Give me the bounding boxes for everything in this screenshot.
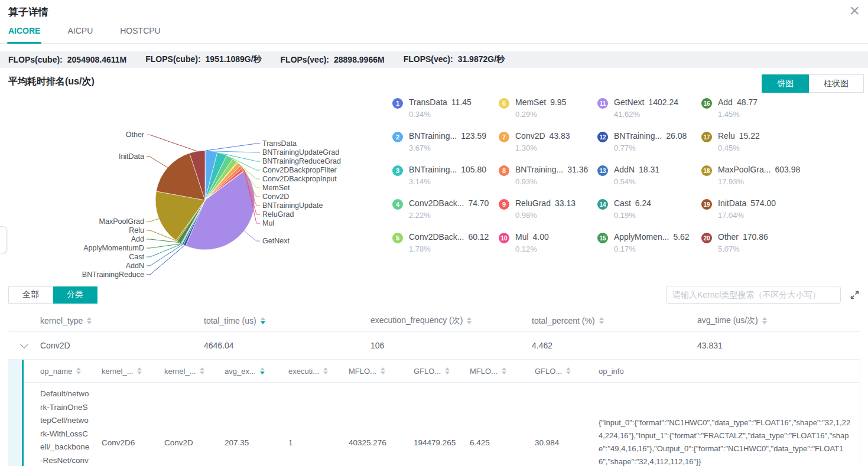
legend-value: 74.70: [468, 198, 489, 208]
column-header-avgex[interactable]: avg_ex...: [225, 367, 288, 376]
sort-caret-icon[interactable]: [566, 367, 571, 374]
pie-label-line: [206, 144, 260, 151]
legend-name: GetNext: [614, 97, 644, 107]
legend-item-Cast[interactable]: 14Cast6.240.19%: [597, 198, 701, 232]
legend-value: 48.77: [737, 97, 758, 107]
sort-caret-icon[interactable]: [137, 367, 142, 374]
column-header-gflo[interactable]: GFLO...: [535, 367, 599, 376]
close-icon[interactable]: ×: [849, 0, 860, 21]
cell-total-percent: 4.462: [532, 341, 697, 350]
legend-item-Add[interactable]: 16Add48.771.45%: [701, 97, 805, 131]
legend-name: Add: [718, 97, 733, 107]
table-row[interactable]: Conv2D 4646.04 106 4.462 43.831: [8, 332, 860, 360]
legend-name: TransData: [409, 97, 447, 107]
pie-label-Conv2D: Conv2D: [262, 193, 289, 201]
all-button[interactable]: 全部: [8, 286, 53, 304]
sort-caret-icon[interactable]: [445, 367, 450, 374]
legend-item-Mul[interactable]: 10Mul4.000.12%: [499, 232, 597, 266]
legend-item-BNTrainingReduce[interactable]: 12BNTraining...26.080.77%: [597, 131, 701, 165]
legend-percent: 0.29%: [515, 110, 566, 119]
column-header-avgtimeus[interactable]: avg_time (us/次): [697, 315, 860, 326]
cell-avg-time: 43.831: [697, 341, 860, 350]
column-header-opname[interactable]: op_name: [24, 367, 102, 376]
legend-item-Conv2D[interactable]: 7Conv2D43.831.30%: [499, 131, 597, 165]
sort-caret-icon[interactable]: [467, 317, 472, 324]
column-header-executionfrequency[interactable]: execution_frequency (次): [370, 315, 532, 326]
column-header-kernel[interactable]: kernel_...: [102, 367, 164, 376]
legend-item-Conv2DBackpropFilter[interactable]: 4Conv2DBack...74.702.22%: [392, 198, 499, 232]
pie-label-TransData: TransData: [262, 139, 297, 148]
bar-chart-button[interactable]: 柱状图: [809, 74, 864, 93]
sort-caret-icon[interactable]: [260, 367, 265, 374]
table-header-row: kernel_typetotal_time (us)execution_freq…: [8, 309, 860, 332]
legend-item-Other[interactable]: 20Other170.865.07%: [701, 232, 805, 266]
sub-table-row: Default/network-TrainOneStepCell/network…: [24, 383, 860, 466]
column-header-mflo[interactable]: MFLO...: [349, 367, 414, 376]
tab-aicpu[interactable]: AICPU: [67, 26, 93, 43]
category-button[interactable]: 分类: [53, 286, 97, 304]
legend-percent: 41.62%: [614, 110, 678, 119]
fullscreen-expand-icon[interactable]: [850, 290, 860, 300]
kernel-table: kernel_typetotal_time (us)execution_freq…: [8, 309, 860, 360]
legend-item-BNTrainingReduceGrad[interactable]: 3BNTraining...105.803.14%: [392, 165, 499, 198]
sort-caret-icon[interactable]: [381, 367, 385, 374]
sort-caret-icon[interactable]: [762, 317, 767, 324]
column-header-kernel[interactable]: kernel_...: [164, 367, 225, 376]
legend-name: MaxPoolGra...: [718, 165, 771, 174]
cell-gflops-cube: 194479.265: [414, 438, 470, 447]
drawer-handle[interactable]: [0, 226, 7, 253]
legend-name: InitData: [718, 198, 746, 208]
legend-rank-badge: 5: [392, 233, 403, 243]
legend-item-GetNext[interactable]: 11GetNext1402.2441.62%: [597, 97, 701, 131]
tab-aicore[interactable]: AICORE: [8, 26, 40, 43]
legend-item-TransData[interactable]: 1TransData11.450.34%: [392, 97, 499, 131]
pie-label-Cast: Cast: [129, 253, 144, 261]
legend-rank-badge: 20: [701, 233, 712, 243]
legend-item-MemSet[interactable]: 6MemSet9.950.29%: [499, 97, 597, 131]
legend-name: Cast: [614, 198, 631, 208]
legend-name: BNTraining...: [409, 165, 457, 174]
sort-caret-icon[interactable]: [599, 317, 604, 324]
legend-percent: 1.45%: [718, 110, 758, 119]
legend-value: 574.00: [750, 198, 776, 208]
legend-item-Conv2DBackpropInput[interactable]: 5Conv2DBack...60.121.78%: [392, 232, 499, 266]
legend-item-Relu[interactable]: 17Relu15.220.45%: [701, 131, 805, 165]
column-header-kerneltype[interactable]: kernel_type: [40, 316, 204, 325]
kernel-search-input[interactable]: [666, 286, 841, 304]
legend-name: Conv2D: [515, 131, 545, 141]
legend-name: Conv2DBack...: [409, 232, 464, 242]
stat-item-1: FLOPS(cube):1951.1089G/秒: [145, 54, 261, 65]
sort-caret-icon[interactable]: [200, 367, 204, 374]
legend-percent: 1.78%: [409, 245, 489, 253]
legend-item-BNTrainingUpdateGrad[interactable]: 2BNTraining...123.593.67%: [392, 131, 499, 165]
cell-op-info: {"Input_0":{"format":"NC1HWC0","data_typ…: [599, 416, 860, 466]
tab-hostcpu[interactable]: HOSTCPU: [120, 26, 160, 43]
column-header-totaltimeus[interactable]: total_time (us): [204, 316, 370, 325]
sort-caret-icon[interactable]: [76, 367, 81, 374]
legend-item-ApplyMomentumD[interactable]: 15ApplyMomen...5.620.17%: [597, 232, 701, 266]
legend-percent: 0.98%: [515, 211, 576, 220]
sort-caret-icon[interactable]: [502, 367, 506, 374]
stat-item-0: FLOPs(cube):2054908.4611M: [8, 55, 126, 64]
pie-label-line: [147, 244, 181, 248]
legend-value: 33.13: [555, 198, 576, 208]
legend-item-InitData[interactable]: 19InitData574.0017.04%: [701, 198, 805, 232]
column-header-gflo[interactable]: GFLO...: [414, 367, 470, 376]
sort-caret-icon[interactable]: [261, 317, 265, 324]
legend-item-BNTrainingUpdate[interactable]: 8BNTraining...31.360.93%: [499, 165, 597, 198]
pie-label-line: [147, 219, 159, 221]
legend-item-AddN[interactable]: 13AddN18.310.54%: [597, 165, 701, 198]
legend-value: 6.24: [635, 198, 651, 208]
sort-caret-icon[interactable]: [323, 367, 328, 374]
legend-rank-badge: 14: [597, 199, 608, 210]
pie-chart-area: TransDataBNTrainingUpdateGradBNTrainingR…: [8, 93, 868, 281]
sort-caret-icon[interactable]: [87, 317, 92, 324]
column-header-mflo[interactable]: MFLO...: [470, 367, 535, 376]
legend-item-MaxPoolGrad[interactable]: 18MaxPoolGra...603.9817.93%: [701, 165, 805, 198]
column-header-totalpercent[interactable]: total_percent (%): [532, 316, 697, 325]
pie-chart-button[interactable]: 饼图: [762, 74, 809, 93]
row-expand-toggle[interactable]: [8, 344, 40, 347]
column-header-executi[interactable]: executi...: [288, 367, 349, 376]
legend-rank-badge: 17: [701, 132, 712, 142]
legend-item-ReluGrad[interactable]: 9ReluGrad33.130.98%: [499, 198, 597, 232]
